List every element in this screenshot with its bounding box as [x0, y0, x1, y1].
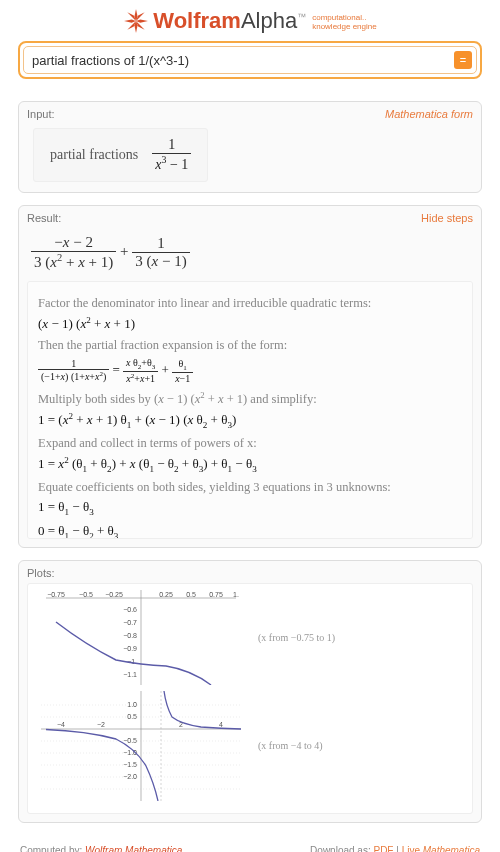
- footer: Computed by: Wolfram Mathematica Downloa…: [0, 841, 500, 852]
- step-text: Equate coefficients on both sides, yield…: [38, 480, 462, 495]
- input-label: partial fractions: [50, 147, 138, 163]
- result-pod: Result: Hide steps −x − 23 (x2 + x + 1) …: [18, 205, 482, 548]
- hide-steps-link[interactable]: Hide steps: [421, 212, 473, 224]
- svg-text:1.0: 1.0: [127, 701, 137, 708]
- svg-text:1.: 1.: [233, 591, 239, 598]
- svg-text:4: 4: [219, 721, 223, 728]
- svg-text:−1.1: −1.1: [123, 671, 137, 678]
- plot-caption: (x from −4 to 4): [258, 740, 323, 751]
- result-expression: −x − 23 (x2 + x + 1) + 13 (x − 1): [27, 228, 473, 281]
- step-math: 1(−1+x) (1+x+x2) = x θ2+θ3x2+x+1 + θ1x−1: [38, 357, 462, 384]
- computed-by-link[interactable]: Wolfram Mathematica: [85, 845, 182, 852]
- plot-caption: (x from −0.75 to 1): [258, 632, 335, 643]
- pod-title: Result:: [27, 212, 61, 224]
- plot-2: −4−224 1.00.5−0.5 −1.0−1.5−2.0: [36, 691, 246, 801]
- step-math: 1 = (x2 + x + 1) θ1 + (x − 1) (x θ2 + θ3…: [38, 411, 462, 430]
- step-math: 1 = x2 (θ1 + θ2) + x (θ1 − θ2 + θ3) + θ1…: [38, 455, 462, 474]
- step-math: (x − 1) (x2 + x + 1): [38, 315, 462, 332]
- steps-panel[interactable]: Factor the denominator into linear and i…: [27, 281, 473, 539]
- submit-button[interactable]: =: [454, 51, 472, 69]
- svg-text:−0.25: −0.25: [105, 591, 123, 598]
- mathematica-form-link[interactable]: Mathematica form: [385, 108, 473, 120]
- input-subpod: partial fractions 1 x3 − 1: [33, 128, 208, 182]
- input-pod: Input: Mathematica form partial fraction…: [18, 101, 482, 193]
- plots-pod: Plots: −0.75−0.5−0.25 0.250.50.751. −0.6…: [18, 560, 482, 823]
- spikey-icon: [123, 8, 149, 34]
- logo-text: WolframAlpha™: [153, 8, 306, 34]
- svg-text:−0.8: −0.8: [123, 632, 137, 639]
- svg-marker-3: [124, 19, 136, 22]
- step-math: 1 = θ1 − θ3: [38, 499, 462, 517]
- svg-text:−0.5: −0.5: [123, 737, 137, 744]
- svg-text:−1.5: −1.5: [123, 761, 137, 768]
- tagline: computational..knowledge engine: [312, 14, 377, 32]
- svg-text:−0.6: −0.6: [123, 606, 137, 613]
- equals-icon: =: [460, 54, 466, 66]
- logo[interactable]: WolframAlpha™ computational..knowledge e…: [123, 8, 376, 34]
- svg-text:−2.0: −2.0: [123, 773, 137, 780]
- step-text: Expand and collect in terms of powers of…: [38, 436, 462, 451]
- svg-text:0.25: 0.25: [159, 591, 173, 598]
- svg-text:−0.5: −0.5: [79, 591, 93, 598]
- svg-text:0.5: 0.5: [186, 591, 196, 598]
- svg-text:−2: −2: [97, 721, 105, 728]
- svg-text:−0.7: −0.7: [123, 619, 137, 626]
- pod-title: Plots:: [27, 567, 55, 579]
- svg-marker-1: [136, 19, 148, 22]
- step-math: 0 = θ1 − θ2 + θ3: [38, 523, 462, 539]
- download-live-link[interactable]: Live Mathematica: [402, 845, 480, 852]
- search-bar: =: [0, 41, 500, 87]
- query-input[interactable]: [32, 49, 454, 71]
- step-text: Factor the denominator into linear and i…: [38, 296, 462, 311]
- svg-text:−0.75: −0.75: [47, 591, 65, 598]
- step-text: Then the partial fraction expansion is o…: [38, 338, 462, 353]
- plot-1: −0.75−0.5−0.25 0.250.50.751. −0.6−0.7−0.…: [36, 590, 246, 685]
- svg-text:−4: −4: [57, 721, 65, 728]
- download-pdf-link[interactable]: PDF: [373, 845, 393, 852]
- step-text: Multiply both sides by (x − 1) (x2 + x +…: [38, 390, 462, 407]
- pod-title: Input:: [27, 108, 55, 120]
- svg-text:0.5: 0.5: [127, 713, 137, 720]
- svg-text:−0.9: −0.9: [123, 645, 137, 652]
- header: WolframAlpha™ computational..knowledge e…: [0, 0, 500, 41]
- svg-text:0.75: 0.75: [209, 591, 223, 598]
